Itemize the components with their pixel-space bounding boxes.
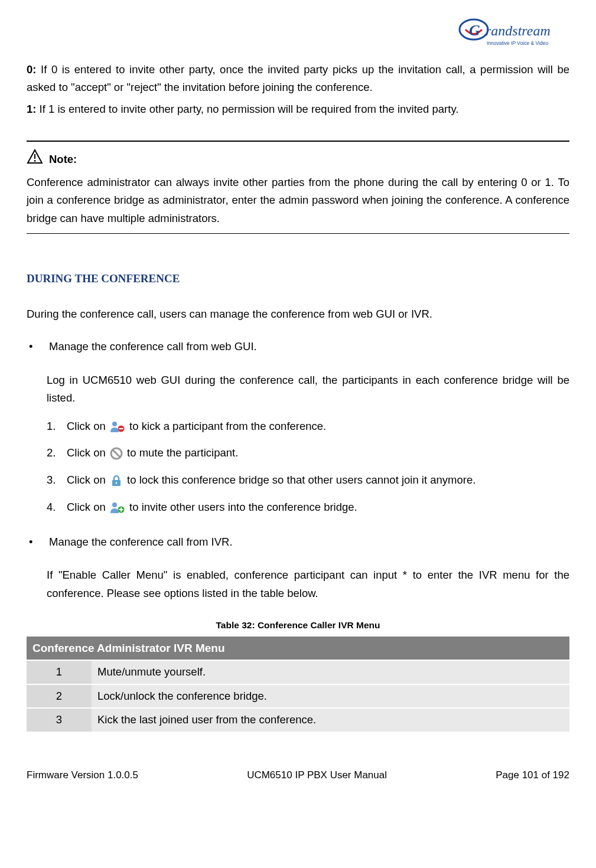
ivr-desc: Kick the last joined user from the confe… [92, 708, 569, 732]
svg-rect-9 [119, 428, 123, 429]
footer-right: Page 101 of 192 [496, 767, 569, 784]
section-intro: During the conference call, users can ma… [27, 305, 569, 324]
step-number: 1. [47, 418, 67, 435]
step-text-b: to kick a participant from the conferenc… [129, 420, 326, 432]
bullet-marker: • [27, 338, 49, 356]
ivr-desc: Mute/unmute yourself. [92, 660, 569, 684]
table-row: 2 Lock/unlock the conference bridge. [27, 684, 569, 709]
step-item: 2. Click on to mute the participant. [47, 445, 569, 461]
opt1-label: 1: [27, 103, 36, 115]
svg-point-13 [116, 482, 118, 484]
section-heading: DURING THE CONFERENCE [27, 269, 569, 288]
svg-text:Innovative IP Voice & Video: Innovative IP Voice & Video [487, 40, 548, 46]
step-item: 3. Click on to lock this conference brid… [47, 472, 569, 488]
step-text-a: Click on [67, 420, 109, 432]
bullet-subtext: If "Enable Caller Menu" is enabled, conf… [47, 566, 569, 602]
ivr-key: 2 [27, 684, 92, 709]
ivr-key: 3 [27, 708, 92, 732]
svg-point-14 [112, 502, 117, 507]
bullet-text: Manage the conference call from IVR. [49, 533, 569, 552]
svg-text:randstream: randstream [486, 23, 551, 38]
opt0-text: If 0 is entered to invite other party, o… [27, 63, 569, 94]
bullet-marker: • [27, 533, 49, 552]
step-number: 4. [47, 499, 67, 515]
lock-icon [110, 474, 123, 487]
note-label: Note: [49, 151, 77, 169]
intro-option-1: 1: If 1 is entered to invite other party… [27, 100, 569, 119]
step-item: 4. Click on to invite other users into t… [47, 499, 569, 515]
warning-icon [27, 149, 43, 170]
ivr-key: 1 [27, 660, 92, 684]
note-body: Conference administrator can always invi… [27, 174, 569, 228]
svg-rect-17 [119, 509, 123, 510]
intro-option-0: 0: If 0 is entered to invite other party… [27, 61, 569, 97]
svg-point-7 [112, 422, 117, 426]
mute-icon [110, 447, 123, 460]
table-row: 3 Kick the last joined user from the con… [27, 708, 569, 732]
table-row: 1 Mute/unmute yourself. [27, 660, 569, 684]
step-item: 1. Click on to kick a participant from t… [47, 418, 569, 435]
step-text-b: to mute the participant. [127, 446, 238, 459]
ivr-menu-table: Conference Administrator IVR Menu 1 Mute… [27, 637, 569, 732]
invite-user-icon [110, 501, 125, 514]
table-caption: Table 32: Conference Caller IVR Menu [27, 618, 569, 633]
bullet-item: • Manage the conference call from IVR. [27, 533, 569, 552]
note-header: Note: [27, 149, 569, 170]
step-text-a: Click on [67, 446, 109, 459]
step-text-a: Click on [67, 474, 109, 486]
opt0-label: 0: [27, 63, 36, 76]
svg-line-11 [113, 450, 120, 457]
divider [27, 141, 569, 142]
page-footer: Firmware Version 1.0.0.5 UCM6510 IP PBX … [27, 767, 569, 784]
kick-user-icon [110, 420, 125, 433]
footer-center: UCM6510 IP PBX User Manual [247, 767, 387, 784]
step-text-b: to lock this conference bridge so that o… [127, 474, 476, 486]
footer-left: Firmware Version 1.0.0.5 [27, 767, 138, 784]
step-number: 2. [47, 445, 67, 461]
svg-point-6 [34, 160, 36, 162]
table-header: Conference Administrator IVR Menu [27, 637, 569, 660]
bullet-item: • Manage the conference call from web GU… [27, 338, 569, 356]
divider [27, 233, 569, 234]
bullet-subtext: Log in UCM6510 web GUI during the confer… [47, 371, 569, 407]
bullet-text: Manage the conference call from web GUI. [49, 338, 569, 356]
opt1-text: If 1 is entered to invite other party, n… [36, 103, 458, 115]
brand-logo: G randstream Innovative IP Voice & Video [27, 18, 569, 56]
ivr-desc: Lock/unlock the conference bridge. [92, 684, 569, 709]
svg-text:G: G [469, 22, 480, 39]
step-text-a: Click on [67, 501, 109, 513]
step-number: 3. [47, 472, 67, 488]
step-text-b: to invite other users into the conferenc… [129, 501, 357, 513]
